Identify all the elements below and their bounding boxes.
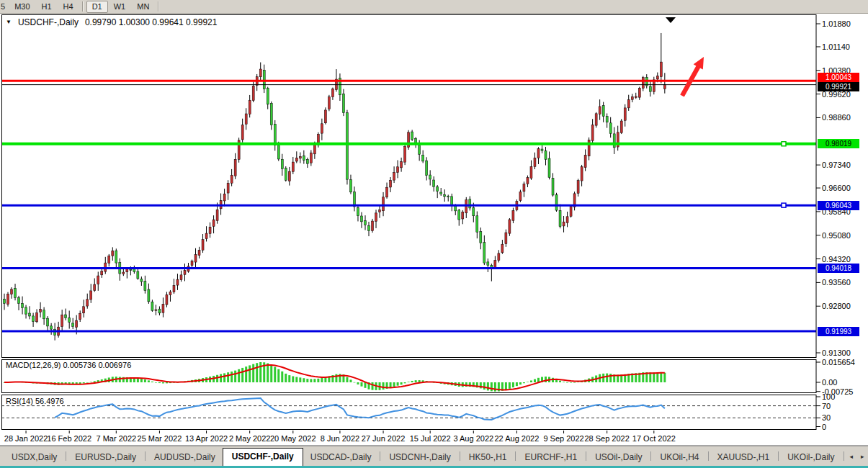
symbol-tab-usdx-daily[interactable]: USDX,Daily (4, 449, 64, 466)
rsi-scale-label: 70 (822, 402, 831, 410)
symbol-tab-ukoil-h4[interactable]: UKOil-,H4 (653, 449, 706, 466)
hline-price-tag-0.94018: 0.94018 (818, 264, 859, 273)
tab-separator (515, 451, 516, 461)
hline-price-tag-1.00043: 1.00043 (818, 73, 859, 82)
tab-separator (844, 451, 844, 461)
rsi-scale-label: 0 (822, 423, 826, 431)
hline-price-tag-0.96043: 0.96043 (818, 201, 859, 210)
symbol-tab-eurchf-h1[interactable]: EURCHF-,H1 (517, 449, 584, 466)
symbol-tab-hk50-h1[interactable]: HK50-,H1 (462, 449, 514, 466)
symbol-tab-audusd-daily[interactable]: AUDUSD-,Daily (147, 449, 223, 466)
chart-canvas[interactable] (0, 0, 868, 446)
tab-separator (380, 451, 380, 461)
rsi-scale-label: 100 (822, 392, 835, 401)
tab-scroll-right-icon[interactable]: ▸ (861, 453, 864, 460)
symbol-tab-usdcnh-daily[interactable]: USDCNH-,Daily (382, 449, 457, 466)
price-tick-label: 0.96600 (822, 184, 851, 192)
rsi-scale-label: 30 (822, 413, 831, 422)
symbol-tab-usoil-daily[interactable]: USOil-,Daily (588, 449, 649, 466)
price-tick-label: 1.01140 (822, 42, 850, 51)
tab-separator (778, 451, 779, 461)
price-tick-label: 0.95080 (822, 231, 851, 240)
tab-separator (145, 451, 146, 461)
tab-separator (66, 451, 66, 461)
tab-scroll-left-icon[interactable]: ◂ (850, 453, 854, 460)
hline-price-tag-0.99921: 0.99921 (818, 82, 859, 91)
price-tick-label: 0.93560 (822, 278, 851, 287)
tab-scroll-arrows: ◂▸ (850, 453, 864, 466)
price-tick-label: 0.92800 (822, 302, 851, 310)
symbol-tab-ukoil-daily[interactable]: UKOil-,Daily (780, 449, 841, 466)
macd-scale-label: 0.015654 (822, 358, 855, 366)
price-tick-label: 0.91300 (822, 348, 851, 357)
tab-separator (708, 451, 709, 461)
date-tick-label: 17 Oct 2022 (624, 434, 684, 443)
symbol-tab-xauusd-h1[interactable]: XAUUSD-,H1 (710, 449, 777, 466)
price-tick-label: 0.98860 (822, 113, 851, 122)
ohlc-values: 0.99790 1.00300 0.99641 0.99921 (85, 17, 218, 27)
rsi-indicator-label: RSI(14) 56.4976 (6, 397, 64, 405)
price-tick-label: 0.97340 (822, 161, 851, 169)
price-tick-label: 1.01880 (822, 19, 851, 28)
trend-arrow-annotation[interactable] (680, 57, 704, 97)
tab-separator (650, 451, 651, 461)
symbol-tab-bar: USDX,DailyEURUSD-,DailyAUDUSD-,DailyUSDC… (0, 446, 868, 466)
tab-separator (586, 451, 586, 461)
symbol-period-label: USDCHF-,Daily (18, 17, 79, 27)
hline-price-tag-0.98019: 0.98019 (818, 139, 859, 148)
macd-indicator-label: MACD(12,26,9) 0.005736 0.006976 (6, 361, 131, 369)
symbol-tab-eurusd-daily[interactable]: EURUSD-,Daily (68, 449, 143, 466)
symbol-tab-usdchf-daily[interactable]: USDCHF-,Daily (223, 448, 303, 466)
macd-scale-label: 0.00 (822, 378, 837, 387)
symbol-tab-usdcad-daily[interactable]: USDCAD-,Daily (303, 449, 379, 466)
symbol-dropdown-icon[interactable]: ▼ (6, 18, 12, 27)
hline-price-tag-0.91993: 0.91993 (818, 327, 859, 336)
price-tick-label: 0.94320 (822, 255, 851, 264)
mt4-terminal-window: 5M30H1H4D1W1MN ▼ USDCHF-,Daily 0.99790 1… (0, 0, 868, 468)
tab-separator (460, 451, 460, 461)
chart-title: ▼ USDCHF-,Daily 0.99790 1.00300 0.99641 … (6, 17, 217, 27)
chart-top-marker-icon (666, 17, 676, 23)
